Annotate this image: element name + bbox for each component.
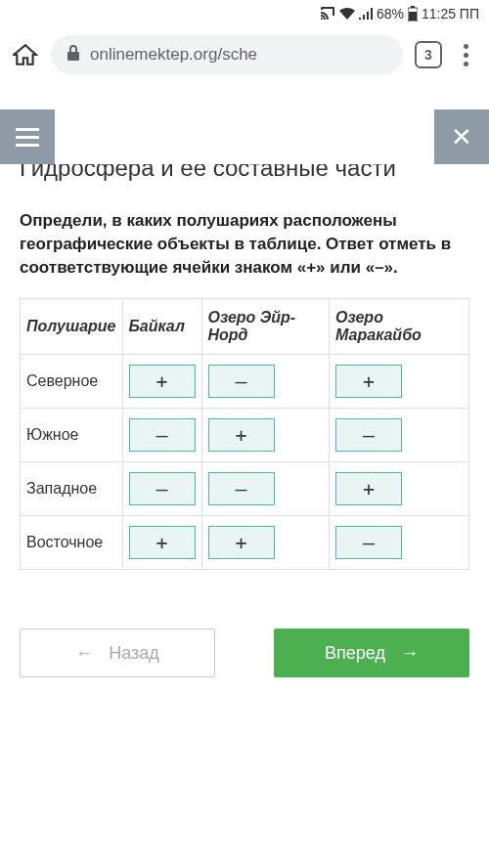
header-hemisphere: Полушарие	[21, 299, 123, 355]
answer-cell: –	[122, 462, 201, 516]
answer-cell: –	[330, 516, 469, 570]
home-button[interactable]	[12, 41, 39, 68]
answer-cell: +	[330, 462, 469, 516]
cast-icon	[320, 7, 335, 21]
forward-label: Вперед	[325, 643, 385, 664]
answer-input[interactable]: +	[129, 365, 196, 398]
tabs-button[interactable]: 3	[415, 41, 442, 68]
hemisphere-table: Полушарие Байкал Озеро Эйр-Норд Озеро Ма…	[20, 298, 469, 570]
table-header-row: Полушарие Байкал Озеро Эйр-Норд Озеро Ма…	[21, 299, 469, 355]
answer-cell: +	[201, 516, 330, 570]
forward-button[interactable]: Вперед →	[274, 629, 469, 677]
answer-input[interactable]: –	[208, 365, 275, 398]
answer-cell: +	[122, 516, 201, 570]
answer-input[interactable]: +	[208, 526, 275, 559]
battery-icon	[408, 6, 418, 22]
arrow-right-icon: →	[401, 643, 419, 664]
status-bar: 68% 11:25 ПП	[0, 0, 489, 27]
answer-input[interactable]: –	[335, 526, 402, 559]
url-text: onlinemektep.org/sche	[90, 45, 257, 65]
close-button[interactable]: ✕	[434, 109, 489, 164]
url-bar[interactable]: onlinemektep.org/sche	[51, 35, 403, 74]
answer-cell: –	[122, 409, 201, 462]
svg-rect-1	[411, 6, 415, 8]
table-row: Восточное++–	[21, 516, 469, 570]
battery-percent: 68%	[377, 6, 404, 22]
answer-input[interactable]: –	[129, 472, 196, 505]
hamburger-icon	[16, 128, 39, 147]
signal-icon	[359, 8, 373, 20]
header-maracaibo: Озеро Маракайбо	[330, 299, 469, 355]
answer-cell: +	[201, 409, 330, 462]
answer-input[interactable]: –	[129, 418, 196, 452]
answer-input[interactable]: +	[335, 472, 402, 505]
svg-rect-3	[67, 52, 79, 61]
svg-rect-2	[409, 12, 417, 21]
row-label: Восточное	[21, 516, 123, 570]
more-button[interactable]	[454, 44, 477, 66]
table-row: Западное––+	[21, 462, 469, 516]
row-label: Южное	[21, 409, 123, 462]
back-button[interactable]: ← Назад	[20, 629, 215, 677]
answer-input[interactable]: +	[335, 365, 402, 398]
close-icon: ✕	[451, 122, 472, 152]
instruction-text: Определи, в каких полушариях расположены…	[20, 209, 469, 279]
answer-input[interactable]: +	[129, 526, 196, 559]
row-label: Западное	[21, 462, 123, 516]
table-row: Южное–+–	[21, 409, 469, 462]
header-baikal: Байкал	[122, 299, 201, 355]
wifi-icon	[339, 8, 355, 20]
browser-bar: onlinemektep.org/sche 3	[0, 27, 489, 82]
answer-input[interactable]: –	[208, 472, 275, 505]
row-label: Северное	[21, 355, 123, 409]
answer-cell: –	[201, 462, 330, 516]
answer-input[interactable]: +	[208, 418, 275, 452]
back-label: Назад	[109, 643, 159, 664]
answer-cell: +	[122, 355, 201, 409]
arrow-left-icon: ←	[75, 643, 93, 664]
nav-buttons: ← Назад Вперед →	[0, 629, 489, 677]
app-bar: ✕	[0, 109, 489, 164]
content: Гидросфера и ее составные части Определи…	[0, 154, 489, 570]
menu-button[interactable]	[0, 109, 55, 164]
answer-cell: –	[201, 355, 330, 409]
answer-cell: +	[330, 355, 469, 409]
answer-cell: –	[330, 409, 469, 462]
header-eyre: Озеро Эйр-Норд	[201, 299, 330, 355]
lock-icon	[67, 45, 80, 65]
status-time: 11:25 ПП	[422, 6, 479, 22]
answer-input[interactable]: –	[335, 418, 402, 452]
table-row: Северное+–+	[21, 355, 469, 409]
